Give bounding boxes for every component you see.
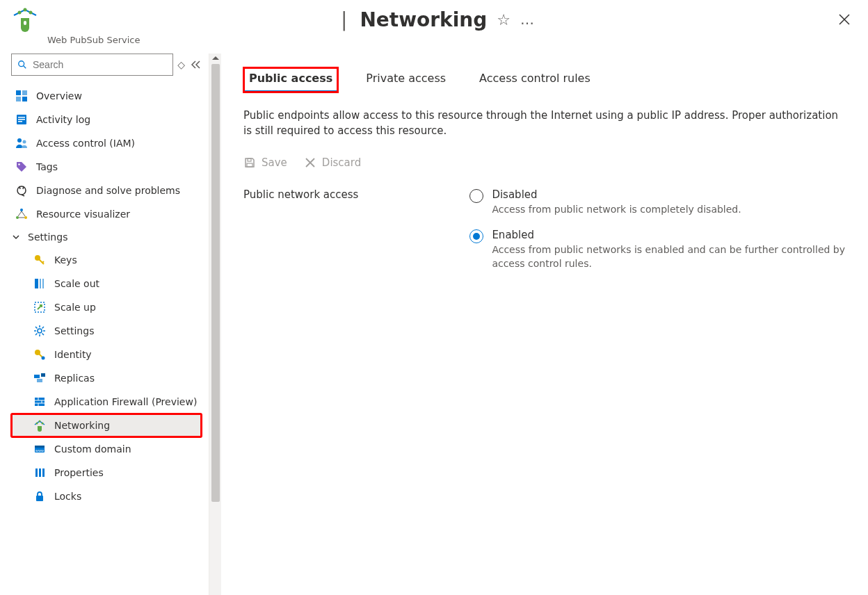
firewall-icon — [33, 396, 46, 408]
sidebar-item-overview[interactable]: Overview — [11, 84, 202, 108]
svg-rect-54 — [42, 468, 45, 477]
tab-description: Public endpoints allow access to this re… — [243, 108, 849, 138]
keys-icon — [33, 254, 46, 266]
svg-rect-8 — [16, 97, 21, 101]
svg-rect-11 — [18, 117, 25, 118]
sidebar-item-properties[interactable]: Properties — [11, 461, 202, 484]
svg-point-48 — [42, 423, 44, 425]
sidebar-item-scale-out[interactable]: Scale out — [11, 272, 202, 295]
sidebar-item-diagnose[interactable]: Diagnose and solve problems — [11, 179, 202, 202]
tab-private-access[interactable]: Private access — [360, 67, 451, 92]
favorite-star-icon[interactable]: ☆ — [497, 11, 511, 28]
svg-rect-55 — [36, 496, 43, 501]
page-title: Networking — [360, 8, 487, 31]
radio-option-disabled[interactable]: Disabled Access from public network is c… — [469, 188, 845, 216]
sidebar-item-identity[interactable]: Identity — [11, 343, 202, 366]
sidebar-item-label: Application Firewall (Preview) — [54, 396, 197, 407]
radio-title: Disabled — [492, 188, 741, 201]
svg-rect-12 — [18, 119, 25, 120]
tags-icon — [15, 161, 28, 173]
sidebar-item-custom-domain[interactable]: www Custom domain — [11, 437, 202, 461]
radio-icon[interactable] — [469, 189, 483, 203]
sidebar-item-label: Scale out — [54, 278, 99, 289]
sidebar-item-label: Keys — [54, 254, 77, 266]
radio-subtext: Access from public network is completely… — [492, 202, 741, 216]
svg-line-31 — [35, 327, 38, 329]
access-control-icon — [15, 137, 28, 149]
diagnose-icon — [15, 184, 28, 197]
sidebar-item-label: Access control (IAM) — [36, 138, 135, 149]
tab-public-access[interactable]: Public access — [243, 67, 338, 92]
svg-rect-6 — [16, 90, 21, 95]
svg-rect-24 — [42, 279, 44, 288]
svg-rect-39 — [41, 373, 45, 377]
svg-point-16 — [18, 163, 20, 165]
chevron-down-icon — [11, 232, 21, 242]
discard-label: Discard — [322, 156, 361, 169]
svg-rect-23 — [40, 279, 41, 288]
custom-domain-icon: www — [33, 443, 46, 455]
expand-collapse-icon[interactable]: ◇ — [177, 59, 185, 70]
public-network-access-label: Public network access — [243, 188, 358, 270]
svg-point-19 — [16, 216, 19, 219]
radio-option-enabled[interactable]: Enabled Access from public networks is e… — [469, 229, 845, 270]
sidebar-item-tags[interactable]: Tags — [11, 155, 202, 179]
sidebar-item-replicas[interactable]: Replicas — [11, 366, 202, 390]
replicas-icon — [33, 372, 46, 384]
sidebar-collapse-icon[interactable] — [189, 58, 202, 71]
sidebar-item-label: Overview — [36, 90, 82, 101]
svg-point-47 — [39, 421, 41, 423]
more-actions-icon[interactable]: … — [520, 11, 536, 28]
svg-rect-3 — [24, 21, 26, 25]
sidebar-item-label: Properties — [54, 467, 104, 478]
svg-point-0 — [18, 11, 22, 15]
sidebar-item-scale-up[interactable]: Scale up — [11, 295, 202, 319]
svg-point-1 — [24, 8, 27, 12]
save-button[interactable]: Save — [243, 156, 287, 169]
svg-rect-22 — [35, 279, 38, 288]
properties-icon — [33, 466, 46, 479]
discard-button[interactable]: Discard — [304, 156, 361, 169]
svg-line-32 — [42, 334, 45, 336]
svg-line-5 — [24, 66, 26, 69]
identity-icon — [33, 348, 46, 361]
sidebar-scrollbar[interactable] — [209, 54, 221, 595]
public-network-access-radio-group: Disabled Access from public network is c… — [469, 188, 845, 270]
scale-up-icon — [33, 301, 46, 313]
sidebar-item-activity-log[interactable]: Activity log — [11, 108, 202, 131]
svg-point-15 — [23, 140, 26, 144]
search-input-wrapper[interactable] — [11, 54, 173, 76]
radio-title: Enabled — [492, 229, 845, 241]
save-label: Save — [262, 156, 287, 169]
svg-rect-38 — [37, 379, 42, 382]
scroll-up-icon[interactable] — [212, 56, 219, 60]
sidebar-item-access-control[interactable]: Access control (IAM) — [11, 131, 202, 155]
svg-rect-13 — [18, 121, 22, 122]
svg-rect-53 — [39, 468, 41, 477]
sidebar-item-resource-visualizer[interactable]: Resource visualizer — [11, 202, 202, 226]
sidebar-item-label: Diagnose and solve problems — [36, 185, 180, 196]
sidebar-item-label: Settings — [54, 325, 94, 336]
close-icon[interactable] — [837, 13, 851, 26]
sidebar-item-label: Activity log — [36, 114, 90, 125]
sidebar-item-networking[interactable]: Networking — [11, 414, 202, 437]
sidebar-item-locks[interactable]: Locks — [11, 484, 202, 508]
sidebar-item-app-firewall[interactable]: Application Firewall (Preview) — [11, 390, 202, 414]
save-icon — [243, 156, 256, 169]
lock-icon — [33, 490, 46, 503]
sidebar-item-settings[interactable]: Settings — [11, 319, 202, 343]
sidebar-item-label: Tags — [36, 161, 58, 172]
scroll-thumb[interactable] — [211, 64, 220, 502]
search-icon — [17, 60, 27, 70]
svg-point-17 — [17, 186, 26, 195]
search-input[interactable] — [31, 58, 167, 71]
svg-rect-52 — [35, 468, 38, 477]
svg-point-18 — [20, 209, 23, 211]
overview-icon — [15, 90, 28, 102]
sidebar-item-keys[interactable]: Keys — [11, 248, 202, 272]
radio-icon[interactable] — [469, 229, 483, 243]
tab-access-control-rules[interactable]: Access control rules — [474, 67, 596, 92]
sidebar-item-label: Locks — [54, 491, 81, 502]
sidebar-group-settings[interactable]: Settings — [11, 226, 202, 248]
svg-point-4 — [19, 61, 24, 67]
